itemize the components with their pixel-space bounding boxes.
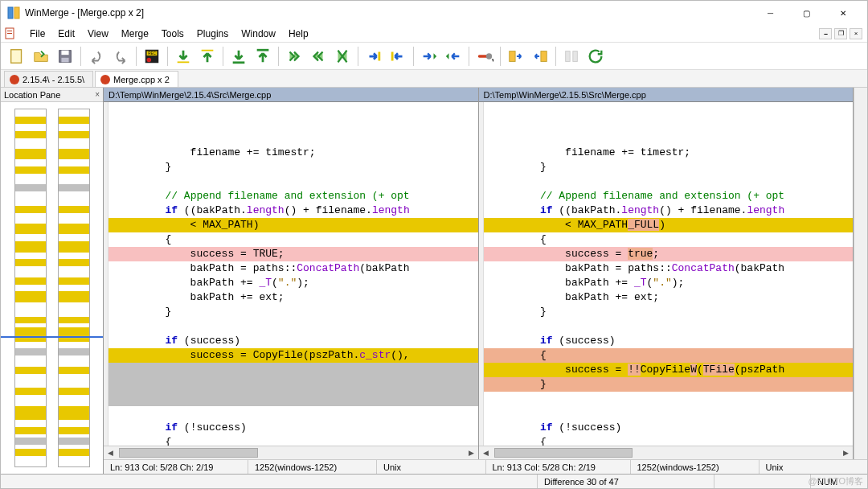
document-tabs: 2.15.4\ - 2.15.5\Merge.cpp x 2 bbox=[1, 70, 867, 88]
vertical-scrollbar[interactable] bbox=[854, 88, 867, 459]
svg-rect-8 bbox=[61, 57, 68, 62]
record-button[interactable]: REC bbox=[141, 45, 163, 68]
save-button[interactable] bbox=[54, 45, 76, 68]
code-line: filename += timestr; bbox=[108, 146, 478, 160]
svg-point-20 bbox=[486, 53, 492, 59]
location-pane-title: Location Pane bbox=[4, 90, 60, 100]
left-pane-header: D:\Temp\WinMerge\2.15.4\Src\Merge.cpp bbox=[104, 88, 478, 102]
code-line bbox=[484, 392, 854, 406]
diff-position: Difference 30 of 47 bbox=[538, 475, 714, 488]
code-line: success = CopyFile(pszPath.c_str(), bbox=[108, 348, 478, 363]
right-pos: Ln: 913 Col: 5/28 Ch: 2/19 bbox=[486, 460, 631, 474]
copy-left-advance-button[interactable] bbox=[442, 45, 465, 68]
close-button[interactable]: ✕ bbox=[825, 2, 861, 24]
next-diff-button[interactable] bbox=[172, 45, 194, 68]
doc-icon bbox=[4, 27, 17, 40]
menu-edit[interactable]: Edit bbox=[51, 27, 81, 41]
copy-right-button[interactable] bbox=[362, 45, 385, 68]
menu-tools[interactable]: Tools bbox=[155, 27, 190, 41]
doc-tab[interactable]: 2.15.4\ - 2.15.5\ bbox=[4, 71, 93, 87]
right-pane-body[interactable]: filename += timestr; } // Append filenam… bbox=[479, 102, 854, 446]
menu-window[interactable]: Window bbox=[235, 27, 282, 41]
first-diff-button[interactable] bbox=[307, 45, 330, 68]
copy-right-advance-button[interactable] bbox=[418, 45, 440, 68]
left-hscroll[interactable]: ◀▶ bbox=[104, 446, 478, 459]
svg-rect-23 bbox=[541, 51, 547, 61]
code-line: { bbox=[108, 435, 478, 446]
code-line: } bbox=[108, 160, 478, 175]
code-line: bakPath += _T("."); bbox=[484, 276, 854, 290]
menu-view[interactable]: View bbox=[81, 27, 115, 41]
code-line: } bbox=[484, 160, 854, 175]
code-line: } bbox=[484, 305, 854, 319]
svg-rect-4 bbox=[7, 33, 12, 34]
minimize-button[interactable]: ─ bbox=[752, 2, 788, 24]
refresh-button[interactable] bbox=[584, 45, 607, 68]
undo-button[interactable] bbox=[85, 45, 108, 68]
code-line: filename += timestr; bbox=[484, 146, 854, 160]
redo-button[interactable] bbox=[109, 45, 132, 68]
code-line: } bbox=[484, 377, 854, 392]
code-line bbox=[484, 175, 854, 189]
right-pane: D:\Temp\WinMerge\2.15.5\Src\Merge.cpp fi… bbox=[479, 88, 854, 459]
code-line: { bbox=[484, 232, 854, 247]
svg-rect-1 bbox=[14, 7, 19, 18]
next-diff-file-button[interactable] bbox=[227, 45, 250, 68]
location-pane-header: Location Pane × bbox=[1, 88, 103, 102]
current-diff-button[interactable] bbox=[331, 45, 354, 68]
code-line: < MAX_PATH) bbox=[108, 218, 478, 232]
doc-tab[interactable]: Merge.cpp x 2 bbox=[95, 71, 178, 87]
svg-rect-24 bbox=[566, 51, 571, 61]
right-eol: Unix bbox=[760, 460, 868, 474]
mdi-minimize[interactable]: ‒ bbox=[819, 28, 832, 39]
window-title: WinMerge - [Merge.cpp x 2] bbox=[25, 7, 752, 18]
toolbar: REC ▾ bbox=[1, 43, 867, 70]
svg-rect-3 bbox=[7, 31, 12, 31]
location-pane-body[interactable] bbox=[1, 102, 103, 474]
open-button[interactable] bbox=[30, 45, 52, 68]
titlebar: WinMerge - [Merge.cpp x 2] ─ ▢ ✕ bbox=[1, 1, 867, 25]
menu-file[interactable]: File bbox=[23, 27, 51, 41]
left-pane: D:\Temp\WinMerge\2.15.4\Src\Merge.cpp fi… bbox=[104, 88, 479, 459]
code-line: { bbox=[484, 435, 854, 446]
right-hscroll[interactable]: ◀▶ bbox=[479, 446, 854, 459]
menu-plugins[interactable]: Plugins bbox=[190, 27, 235, 41]
menu-help[interactable]: Help bbox=[282, 27, 315, 41]
all-right-button[interactable] bbox=[505, 45, 527, 68]
svg-point-12 bbox=[147, 57, 152, 62]
code-line bbox=[108, 363, 478, 377]
left-pane-body[interactable]: filename += timestr; } // Append filenam… bbox=[104, 102, 478, 446]
svg-text:▾: ▾ bbox=[492, 56, 493, 64]
prev-diff-file-button[interactable] bbox=[252, 45, 274, 68]
code-line: success = true; bbox=[484, 247, 854, 261]
code-line: if (success) bbox=[108, 334, 478, 348]
svg-rect-22 bbox=[510, 51, 515, 61]
code-line: if ((bakPath.length() + filename.length bbox=[484, 203, 854, 218]
copy-left-button[interactable] bbox=[387, 45, 409, 68]
mdi-restore[interactable]: ❐ bbox=[834, 28, 847, 39]
mdi-close[interactable]: × bbox=[850, 28, 862, 39]
svg-rect-5 bbox=[11, 49, 22, 63]
tab-icon bbox=[10, 75, 19, 84]
svg-rect-0 bbox=[8, 7, 13, 18]
merge-button[interactable] bbox=[560, 45, 583, 68]
new-button[interactable] bbox=[6, 45, 28, 68]
app-icon bbox=[7, 6, 20, 19]
last-diff-button[interactable] bbox=[283, 45, 305, 68]
location-pane: Location Pane × bbox=[1, 88, 104, 474]
code-line: success = !!CopyFileW(TFile(pszPath bbox=[484, 363, 854, 377]
location-pane-close[interactable]: × bbox=[95, 90, 100, 99]
code-line: { bbox=[484, 348, 854, 363]
menu-merge[interactable]: Merge bbox=[115, 27, 155, 41]
svg-rect-15 bbox=[233, 61, 245, 64]
code-line: bakPath += _T("."); bbox=[108, 276, 478, 290]
all-left-button[interactable] bbox=[529, 45, 551, 68]
code-line bbox=[108, 377, 478, 392]
code-line bbox=[484, 406, 854, 421]
options-button[interactable]: ▾ bbox=[473, 45, 496, 68]
code-line: // Append filename and extension (+ opt bbox=[484, 189, 854, 203]
code-line: success = TRUE; bbox=[108, 247, 478, 261]
svg-rect-25 bbox=[573, 51, 578, 61]
prev-diff-button[interactable] bbox=[196, 45, 219, 68]
maximize-button[interactable]: ▢ bbox=[788, 2, 825, 24]
